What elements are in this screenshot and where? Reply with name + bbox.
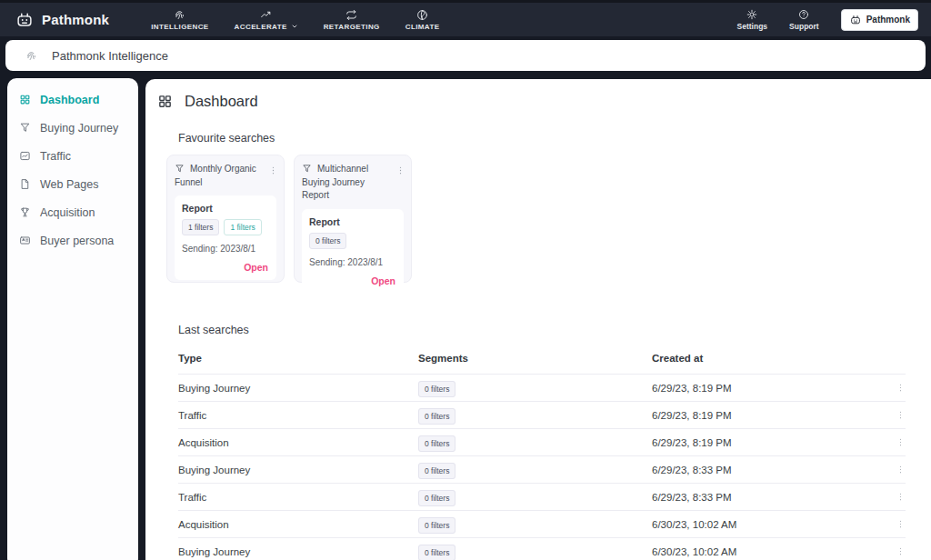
robot-logo-icon — [15, 10, 35, 30]
sidebar-item-buying-journey[interactable]: Buying Journey — [7, 114, 138, 142]
favourite-cards: Monthly Organic Funnel Report 1 filters … — [166, 155, 931, 283]
table-row[interactable]: Traffic 0 filters 6/29/23, 8:19 PM — [178, 402, 906, 429]
type-cell: Buying Journey — [178, 465, 418, 475]
sending-date: Sending: 2023/8/1 — [309, 257, 396, 267]
page-title: Dashboard — [185, 93, 258, 110]
open-link[interactable]: Open — [244, 262, 268, 273]
table-row[interactable]: Acquisition 0 filters 6/30/23, 10:02 AM — [178, 511, 906, 538]
kebab-menu-icon[interactable] — [896, 546, 906, 556]
table-row[interactable]: Buying Journey 0 filters 6/29/23, 8:19 P… — [178, 375, 906, 402]
kebab-menu-icon[interactable] — [896, 465, 906, 475]
document-icon — [19, 178, 31, 190]
sidebar-item-label: Buyer persona — [40, 235, 114, 247]
sidebar-item-acquisition[interactable]: Acquisition — [7, 198, 138, 226]
nav-label: RETARGETING — [324, 23, 380, 31]
segments-cell: 0 filters — [418, 546, 652, 557]
table-row[interactable]: Traffic 0 filters 6/29/23, 8:33 PM — [178, 484, 906, 511]
sidebar-item-label: Dashboard — [40, 94, 99, 106]
sidebar-item-label: Traffic — [40, 150, 71, 163]
column-header-created-at: Created at — [652, 353, 889, 364]
open-link[interactable]: Open — [371, 275, 395, 286]
column-header-type: Type — [178, 353, 418, 364]
sidebar: Dashboard Buying Journey Traffic Web Pag… — [7, 78, 138, 560]
favourite-card: Monthly Organic Funnel Report 1 filters … — [166, 155, 285, 283]
type-cell: Traffic — [178, 410, 418, 421]
sidebar-item-traffic[interactable]: Traffic — [7, 142, 138, 170]
nav-item-intelligence[interactable]: INTELLIGENCE — [151, 9, 208, 31]
nav-label: INTELLIGENCE — [151, 23, 208, 31]
nav-item-accelerate[interactable]: ACCELERATE — [235, 9, 298, 31]
type-cell: Buying Journey — [178, 383, 418, 394]
pathmonk-logo[interactable]: Pathmonk — [15, 10, 109, 30]
report-label: Report — [309, 216, 396, 227]
fingerprint-icon — [25, 50, 37, 62]
created-at-cell: 6/29/23, 8:19 PM — [652, 410, 889, 421]
kebab-menu-icon[interactable] — [896, 383, 906, 393]
settings-label: Settings — [737, 22, 768, 31]
created-at-cell: 6/29/23, 8:19 PM — [652, 437, 889, 448]
support-label: Support — [789, 22, 819, 31]
page-header: Dashboard — [145, 79, 931, 110]
segments-cell: 0 filters — [418, 465, 652, 475]
nav-item-retargeting[interactable]: RETARGETING — [324, 9, 380, 31]
filters-badge: 0 filters — [418, 435, 455, 452]
app-title: Pathmonk Intelligence — [52, 49, 168, 63]
card-header: Multichannel Buying Journey Report — [302, 163, 404, 203]
topbar-actions: Settings Support — [737, 9, 918, 31]
segments-cell: 0 filters — [418, 410, 652, 421]
brand-name: Pathmonk — [42, 12, 109, 27]
card-title: Monthly Organic Funnel — [175, 164, 256, 187]
card-body: Report 1 filters 1 filters Sending: 2023… — [175, 195, 276, 280]
sending-date: Sending: 2023/8/1 — [182, 244, 269, 254]
id-card-icon — [19, 235, 31, 246]
help-icon — [798, 9, 809, 20]
segments-cell: 0 filters — [418, 492, 652, 503]
filters-badge: 1 filters — [182, 219, 219, 235]
type-cell: Traffic — [178, 492, 418, 503]
fingerprint-icon — [174, 9, 185, 21]
funnel-icon — [175, 164, 185, 174]
kebab-menu-icon[interactable] — [896, 437, 906, 447]
account-button-label: Pathmonk — [866, 15, 910, 25]
kebab-menu-icon[interactable] — [896, 410, 906, 420]
table-row[interactable]: Buying Journey 0 filters 6/30/23, 10:02 … — [178, 538, 906, 560]
gear-icon — [746, 9, 757, 20]
created-at-cell: 6/30/23, 10:02 AM — [652, 546, 889, 557]
created-at-cell: 6/29/23, 8:33 PM — [652, 492, 889, 503]
last-searches-table: Type Segments Created at Buying Journey … — [178, 353, 906, 560]
type-cell: Buying Journey — [178, 546, 418, 557]
kebab-menu-icon[interactable] — [268, 165, 278, 175]
trending-up-icon — [260, 9, 272, 21]
badge-row: 0 filters — [309, 233, 396, 249]
kebab-menu-icon[interactable] — [395, 165, 405, 175]
primary-nav: INTELLIGENCE ACCELERATE — [151, 9, 439, 31]
kebab-menu-icon[interactable] — [896, 519, 906, 529]
type-cell: Acquisition — [178, 437, 418, 448]
column-header-segments: Segments — [418, 353, 652, 364]
report-label: Report — [182, 203, 269, 214]
robot-icon — [849, 14, 862, 26]
nav-item-climate[interactable]: CLIMATE — [405, 9, 440, 31]
filters-badge: 0 filters — [418, 545, 455, 560]
nav-label: ACCELERATE — [235, 23, 287, 31]
sidebar-item-dashboard[interactable]: Dashboard — [7, 85, 138, 114]
app-title-bar: Pathmonk Intelligence — [5, 40, 926, 71]
table-row[interactable]: Buying Journey 0 filters 6/29/23, 8:33 P… — [178, 456, 906, 484]
repeat-icon — [345, 9, 357, 21]
created-at-cell: 6/29/23, 8:19 PM — [652, 383, 889, 394]
table-header-row: Type Segments Created at — [178, 353, 906, 375]
filters-badge: 0 filters — [418, 490, 455, 506]
nav-label: CLIMATE — [405, 23, 440, 31]
filters-badge: 0 filters — [418, 408, 455, 425]
sidebar-item-label: Web Pages — [40, 178, 98, 191]
settings-button[interactable]: Settings — [737, 9, 768, 31]
pathmonk-account-button[interactable]: Pathmonk — [841, 9, 918, 31]
table-row[interactable]: Acquisition 0 filters 6/29/23, 8:19 PM — [178, 429, 906, 456]
top-navigation-bar: Pathmonk INTELLIGENCE ACCELERATE — [0, 0, 931, 36]
sidebar-item-web-pages[interactable]: Web Pages — [7, 170, 138, 198]
sidebar-item-buyer-persona[interactable]: Buyer persona — [7, 226, 138, 255]
grid-icon — [157, 94, 173, 109]
support-button[interactable]: Support — [789, 9, 819, 31]
kebab-menu-icon[interactable] — [896, 492, 906, 502]
segments-cell: 0 filters — [418, 519, 652, 530]
